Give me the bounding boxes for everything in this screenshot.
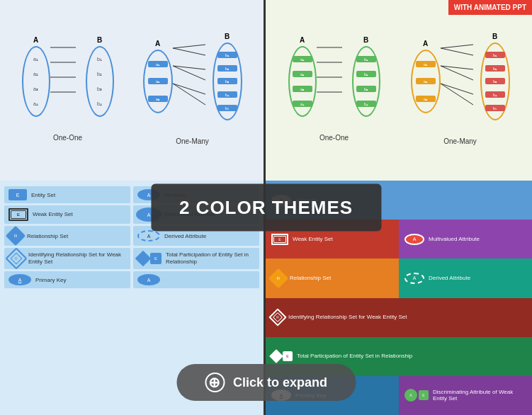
node-green: b₃ bbox=[356, 86, 376, 92]
node: b₄ bbox=[97, 101, 102, 107]
expand-label: Click to expand bbox=[233, 375, 327, 390]
node-green: b₂ bbox=[356, 71, 376, 77]
label-relationship: Relationship Set bbox=[27, 233, 68, 239]
svg-line-8 bbox=[173, 84, 205, 94]
node-orange: a₁ bbox=[416, 61, 436, 67]
node: a₁ bbox=[33, 57, 38, 62]
br-label-derived: Derived Attribute bbox=[429, 275, 470, 281]
node: a₂ bbox=[33, 72, 38, 77]
br-icon-weak-entity: E bbox=[271, 234, 288, 245]
diagram-one-many-blue: A a₁ a₂ a₃ B bbox=[143, 35, 242, 145]
click-to-expand-button[interactable]: ⊕ Click to expand bbox=[176, 364, 356, 401]
expand-icon: ⊕ bbox=[205, 373, 225, 392]
label-identifying-rel: Identifying Relationship Set for Weak En… bbox=[28, 251, 126, 265]
diagram-title-2: One-Many bbox=[176, 137, 209, 145]
node-green: b₄ bbox=[356, 101, 376, 107]
br-label-discriminating: Discriminating Attribute of Weak Entity … bbox=[433, 389, 526, 402]
label-derived: Derived Attribute bbox=[164, 233, 206, 239]
svg-line-19 bbox=[441, 84, 473, 105]
svg-line-14 bbox=[441, 45, 473, 48]
node: b₃ bbox=[97, 86, 102, 92]
node: a₄ bbox=[33, 101, 38, 107]
label-weak-entity: Weak Entity Set bbox=[33, 211, 73, 218]
animated-badge: WITH ANIMATED PPT bbox=[448, 0, 532, 15]
br-icon-total: E bbox=[271, 351, 293, 361]
node-green: a₄ bbox=[293, 101, 312, 107]
icon-extra-oval: A bbox=[137, 274, 160, 285]
oval-a-label4: A bbox=[423, 40, 428, 47]
oval-a-label1: A bbox=[33, 36, 38, 44]
br-cell-discriminating: A E Discriminating Attribute of Weak Ent… bbox=[399, 376, 532, 415]
connector-svg-3 bbox=[315, 39, 344, 110]
banner-text: 2 COLOR THEMES bbox=[179, 197, 353, 218]
diagram-one-many-orange: A a₁ a₂ a₃ B bbox=[411, 35, 510, 145]
node-green: a₃ bbox=[293, 86, 312, 92]
node-filled: a₁ bbox=[148, 61, 168, 67]
oval-b-label3: B bbox=[363, 36, 368, 44]
node: a₃ bbox=[33, 86, 38, 92]
svg-line-18 bbox=[441, 84, 473, 94]
svg-line-15 bbox=[441, 48, 473, 55]
connector-svg-1 bbox=[49, 39, 77, 110]
node-orange: a₂ bbox=[416, 78, 436, 84]
top-section: A a₁ a₂ a₃ a₄ B b bbox=[0, 0, 532, 181]
br-icon-relationship: R bbox=[271, 271, 285, 285]
label-primary-key: Primary Key bbox=[35, 277, 67, 283]
node-red: b₂ bbox=[485, 65, 505, 72]
br-cell-identifying: R Identifying Relationship Set for Weak … bbox=[266, 298, 532, 337]
node-green: b₁ bbox=[356, 56, 376, 62]
connector-svg-4 bbox=[439, 41, 475, 133]
br-row-2: R Relationship Set A Derived Attribute bbox=[266, 258, 532, 297]
badge-text: WITH ANIMATED PPT bbox=[454, 4, 526, 11]
icon-primary-key: A bbox=[9, 274, 31, 285]
node-filled: b₃ bbox=[217, 78, 237, 84]
icon-weak-entity: E bbox=[9, 208, 28, 221]
br-icon-multivalued: A bbox=[404, 234, 424, 245]
icon-total-participation: E bbox=[137, 253, 162, 264]
diagram-one-one-green: A a₁ a₂ a₃ a₄ B b bbox=[288, 39, 380, 142]
oval-a-label3: A bbox=[300, 36, 305, 44]
node-green: a₂ bbox=[293, 71, 312, 77]
legend-row-4: R Identifying Relationship Set for Weak … bbox=[4, 248, 259, 269]
br-label-relationship: Relationship Set bbox=[290, 275, 331, 281]
br-row-3: R Identifying Relationship Set for Weak … bbox=[266, 298, 532, 337]
br-cell-derived: A Derived Attribute bbox=[399, 258, 532, 297]
svg-line-5 bbox=[173, 48, 205, 55]
node-red: b₅ bbox=[485, 105, 505, 111]
node-orange: a₃ bbox=[416, 96, 436, 102]
node-red: b₃ bbox=[485, 78, 505, 84]
icon-relationship: R bbox=[9, 229, 23, 243]
diagram-one-one-blue: A a₁ a₂ a₃ a₄ B b bbox=[22, 39, 114, 142]
node-filled: a₂ bbox=[148, 78, 168, 84]
icon-entity-set: E bbox=[9, 189, 27, 200]
diagram-title-4: One-Many bbox=[443, 137, 477, 145]
node-filled: b₂ bbox=[217, 65, 237, 72]
node-filled: b₄ bbox=[217, 91, 237, 98]
top-left-panel: A a₁ a₂ a₃ a₄ B b bbox=[0, 0, 266, 181]
svg-line-9 bbox=[173, 84, 205, 105]
icon-identifying-rel: R bbox=[9, 251, 24, 266]
node-red: b₄ bbox=[485, 91, 505, 98]
node-filled: b₅ bbox=[217, 105, 237, 111]
top-right-panel: A a₁ a₂ a₃ a₄ B b bbox=[266, 0, 532, 181]
br-label-identifying: Identifying Relationship Set for Weak En… bbox=[288, 314, 407, 321]
color-themes-banner: 2 COLOR THEMES bbox=[151, 184, 381, 232]
node-green: a₁ bbox=[293, 56, 312, 62]
node: b₁ bbox=[97, 57, 102, 62]
legend-row-5: A Primary Key A bbox=[4, 271, 259, 288]
br-icon-discriminating: A E bbox=[404, 389, 429, 402]
oval-b-label1: B bbox=[97, 36, 102, 44]
br-icon-identifying: R bbox=[271, 311, 284, 324]
node-filled: a₃ bbox=[148, 96, 168, 102]
br-icon-derived: A bbox=[404, 273, 424, 284]
connector-svg-2 bbox=[171, 41, 207, 133]
node: b₂ bbox=[97, 72, 102, 77]
br-label-multivalued: Multivalued Attribute bbox=[429, 236, 480, 243]
oval-a-label2: A bbox=[155, 40, 160, 47]
node-filled: b₁ bbox=[217, 52, 237, 58]
br-label-weak-entity: Weak Entity Set bbox=[293, 236, 333, 243]
br-label-total: Total Participation of Entity Set in Rel… bbox=[297, 353, 412, 360]
label-entity-set: Entity Set bbox=[31, 192, 55, 198]
svg-line-4 bbox=[173, 45, 205, 48]
oval-b-label4: B bbox=[492, 33, 497, 40]
